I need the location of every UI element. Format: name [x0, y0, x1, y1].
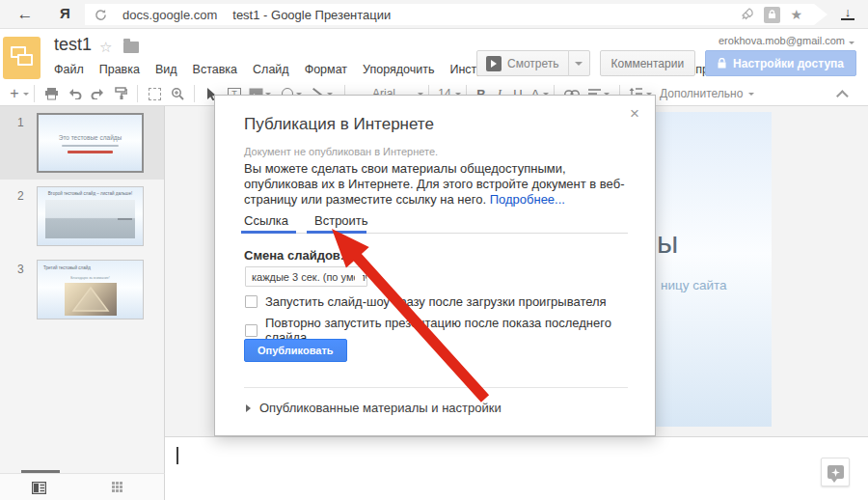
slide-change-select[interactable]: каждые 3 сек. (по умолчанию)	[245, 266, 367, 287]
slide-title-fragment: ы	[657, 226, 678, 261]
share-lock-icon	[718, 58, 726, 69]
published-content-toggle[interactable]: Опубликованные материалы и настройки	[246, 401, 502, 415]
paint-format-icon[interactable]	[109, 83, 132, 104]
dialog-divider	[244, 387, 628, 388]
tabs-divider	[244, 233, 628, 234]
menu-arrange[interactable]: Упорядочить	[355, 60, 442, 79]
thumb3-title: Третий тестовый слайд	[43, 265, 91, 270]
page-title: test1 - Google Презентации	[232, 8, 391, 22]
address-bar[interactable]: docs.google.com test1 - Google Презентац…	[85, 4, 827, 25]
text-cursor	[176, 447, 178, 464]
select-spinner-icon	[355, 271, 363, 284]
back-icon[interactable]: ←	[14, 3, 37, 26]
slide-thumbnail-1[interactable]: 1 Это тестовые слайды	[0, 106, 164, 180]
turbo-rocket-icon[interactable]	[741, 8, 754, 21]
explore-star-icon	[827, 465, 844, 479]
menu-format[interactable]: Формат	[297, 60, 355, 79]
autostart-option: Запустить слайд-шоу сразу после загрузки…	[245, 294, 607, 309]
more-tools-button[interactable]: Дополнительно	[660, 87, 754, 100]
slide-number: 1	[17, 116, 24, 129]
loop-checkbox[interactable]	[245, 324, 258, 337]
refresh-icon[interactable]	[95, 9, 107, 21]
document-title[interactable]: test1	[54, 35, 92, 55]
slide-number: 2	[17, 189, 24, 203]
close-icon[interactable]: ×	[630, 105, 639, 122]
filmstrip-view-icon[interactable]	[32, 482, 46, 494]
tab-embed[interactable]: Встроить	[314, 213, 368, 228]
menu-edit[interactable]: Правка	[92, 60, 148, 79]
learn-more-link[interactable]: Подробнее...	[490, 192, 565, 207]
redo-icon[interactable]	[86, 83, 109, 104]
yandex-logo-icon[interactable]: Я	[60, 5, 70, 21]
star-document-icon[interactable]: ☆	[99, 39, 112, 56]
slide-filmstrip: 1 Это тестовые слайды 2 Второй тестовый …	[0, 106, 165, 473]
slide-change-label: Смена слайдов:	[244, 248, 344, 263]
thumb2-title: Второй тестовый слайд – листай дальше!	[38, 191, 143, 196]
app-header: test1 ☆ Файл Правка Вид Вставка Слайд Фо…	[0, 29, 868, 82]
slide-thumbnail-2[interactable]: 2 Второй тестовый слайд – листай дальше!	[0, 180, 164, 253]
tab-embed-underline	[307, 231, 366, 234]
dialog-title: Публикация в Интернете	[244, 115, 434, 134]
slide-number: 3	[17, 263, 24, 276]
undo-icon[interactable]	[63, 83, 86, 104]
slides-app-icon[interactable]	[3, 37, 41, 79]
comments-button[interactable]: Комментарии	[600, 50, 696, 76]
publish-status-text: Документ не опубликован в Интернете.	[244, 146, 438, 157]
thumb2-sea-photo	[45, 200, 135, 238]
url-domain: docs.google.com	[122, 8, 217, 22]
menu-insert[interactable]: Вставка	[185, 60, 245, 79]
new-slide-caret[interactable]	[23, 93, 29, 96]
zoom-in-icon[interactable]	[166, 83, 189, 104]
thumb3-ice-photo	[65, 283, 117, 316]
present-options-caret[interactable]	[568, 50, 589, 76]
speaker-notes-area[interactable]	[165, 436, 868, 500]
thumb1-title: Это тестовые слайды	[39, 134, 142, 141]
menu-view[interactable]: Вид	[148, 60, 185, 79]
panel-resize-handle[interactable]	[21, 470, 60, 473]
browser-toolbar: ← Я docs.google.com test1 - Google Презе…	[0, 0, 868, 29]
autostart-checkbox[interactable]	[245, 295, 258, 308]
account-email[interactable]: erokhova.mob@gmail.com	[719, 35, 854, 46]
tab-link[interactable]: Ссылка	[244, 213, 288, 228]
collapse-toolbar-icon[interactable]	[836, 90, 849, 102]
slide-thumbnail-3[interactable]: 3 Третий тестовый слайд Благодарю за вни…	[0, 253, 164, 326]
disclosure-triangle-icon	[246, 404, 251, 412]
lock-icon[interactable]	[764, 7, 780, 23]
share-button[interactable]: Настройки доступа	[705, 50, 856, 76]
play-icon	[486, 56, 502, 71]
new-slide-button[interactable]: +	[6, 83, 23, 104]
google-slides-app: ← Я docs.google.com test1 - Google Презе…	[0, 0, 868, 500]
autostart-label: Запустить слайд-шоу сразу после загрузки…	[265, 294, 607, 309]
account-caret-icon	[849, 42, 854, 44]
dialog-tabs: Ссылка Встроить	[215, 213, 655, 235]
print-icon[interactable]	[40, 83, 63, 104]
explore-button[interactable]	[821, 458, 850, 486]
thumb1-subtitle-line	[62, 145, 120, 147]
menu-slide[interactable]: Слайд	[245, 60, 297, 79]
zoom-fit-icon[interactable]	[143, 83, 166, 104]
filmstrip-footer	[0, 473, 165, 500]
move-to-folder-icon[interactable]	[123, 42, 139, 53]
download-icon[interactable]: ↓	[841, 6, 854, 20]
thumb3-caption: Благодарю за внимание!	[38, 276, 143, 280]
thumb1-red-text-line	[68, 151, 113, 153]
publish-dialog: × Публикация в Интернете Документ не опу…	[214, 95, 656, 436]
slide-subtitle-fragment: ницу сайта	[661, 278, 727, 292]
tab-link-underline	[241, 231, 296, 234]
present-button[interactable]: Смотреть	[476, 50, 590, 76]
dialog-description: Вы можете сделать свои материалы общедос…	[244, 161, 634, 208]
menu-file[interactable]: Файл	[46, 60, 92, 79]
grid-view-icon[interactable]	[112, 482, 125, 493]
bookmark-star-icon[interactable]: ★	[790, 7, 802, 23]
publish-button[interactable]: Опубликовать	[244, 339, 347, 362]
